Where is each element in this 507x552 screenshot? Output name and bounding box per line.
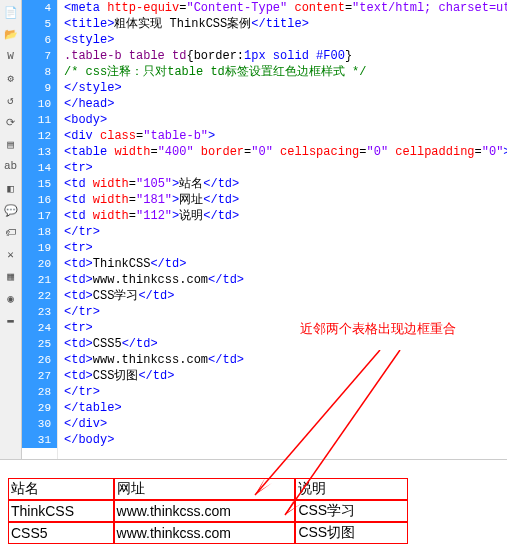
line-number: 5: [22, 16, 57, 32]
code-line[interactable]: <tr>: [64, 240, 507, 256]
line-number: 18: [22, 224, 57, 240]
code-line[interactable]: </tr>: [64, 304, 507, 320]
code-line[interactable]: </head>: [64, 96, 507, 112]
table-header-cell: 站名: [8, 478, 114, 500]
tool-debug-icon[interactable]: ✕: [3, 246, 19, 262]
code-line[interactable]: <td width="112">说明</td>: [64, 208, 507, 224]
code-line[interactable]: <td>www.thinkcss.com</td>: [64, 272, 507, 288]
code-line[interactable]: <td>www.thinkcss.com</td>: [64, 352, 507, 368]
line-number: 30: [22, 416, 57, 432]
line-number: 10: [22, 96, 57, 112]
code-line[interactable]: </table>: [64, 400, 507, 416]
vertical-toolbar: 📄 📂 W ⚙ ↺ ⟳ ▤ ab ◧ 💬 🏷 ✕ ▦ ◉ ▬: [0, 0, 22, 459]
code-line[interactable]: <td>CSS学习</td>: [64, 288, 507, 304]
code-line[interactable]: /* css注释：只对table td标签设置红色边框样式 */: [64, 64, 507, 80]
line-number: 31: [22, 432, 57, 448]
line-number: 16: [22, 192, 57, 208]
table-header-cell: 说明: [295, 478, 408, 500]
annotation-text: 近邻两个表格出现边框重合: [300, 320, 456, 338]
line-number: 8: [22, 64, 57, 80]
line-number: 17: [22, 208, 57, 224]
line-number: 29: [22, 400, 57, 416]
tool-print-icon[interactable]: ▦: [3, 268, 19, 284]
line-number: 14: [22, 160, 57, 176]
code-line[interactable]: </tr>: [64, 224, 507, 240]
tool-history-icon[interactable]: ↺: [3, 92, 19, 108]
code-line[interactable]: <style>: [64, 32, 507, 48]
line-number: 21: [22, 272, 57, 288]
line-number: 22: [22, 288, 57, 304]
code-line[interactable]: </tr>: [64, 384, 507, 400]
code-line[interactable]: <body>: [64, 112, 507, 128]
tool-bookmark-icon[interactable]: ◧: [3, 180, 19, 196]
tool-label-icon[interactable]: 🏷: [3, 224, 19, 240]
line-number: 25: [22, 336, 57, 352]
table-cell: CSS5: [8, 522, 114, 544]
editor-area: 📄 📂 W ⚙ ↺ ⟳ ▤ ab ◧ 💬 🏷 ✕ ▦ ◉ ▬ 456789101…: [0, 0, 507, 460]
code-line[interactable]: </div>: [64, 416, 507, 432]
table-header-cell: 网址: [114, 478, 296, 500]
tool-chat-icon[interactable]: 💬: [3, 202, 19, 218]
code-line[interactable]: <title>粗体实现 ThinkCSS案例</title>: [64, 16, 507, 32]
code-line[interactable]: <meta http-equiv="Content-Type" content=…: [64, 0, 507, 16]
line-number: 11: [22, 112, 57, 128]
tool-refresh-icon[interactable]: ⟳: [3, 114, 19, 130]
tool-new-icon[interactable]: 📄: [3, 4, 19, 20]
table-cell: www.thinkcss.com: [114, 500, 296, 522]
table-row: ThinkCSSwww.thinkcss.comCSS学习: [8, 500, 408, 522]
tool-pin-icon[interactable]: ◉: [3, 290, 19, 306]
table-row: 站名网址说明: [8, 478, 408, 500]
preview-panel: 近邻两个表格出现边框重合 站名网址说明ThinkCSSwww.thinkcss.…: [0, 460, 507, 552]
code-line[interactable]: <td>CSS5</td>: [64, 336, 507, 352]
line-number: 4: [22, 0, 57, 16]
code-line[interactable]: <div class="table-b">: [64, 128, 507, 144]
tool-open-icon[interactable]: 📂: [3, 26, 19, 42]
line-number: 6: [22, 32, 57, 48]
line-number: 20: [22, 256, 57, 272]
line-number: 12: [22, 128, 57, 144]
code-line[interactable]: <table width="400" border="0" cellspacin…: [64, 144, 507, 160]
line-number: 27: [22, 368, 57, 384]
line-number: 19: [22, 240, 57, 256]
line-number: 13: [22, 144, 57, 160]
line-number-gutter: 4567891011121314151617181920212223242526…: [22, 0, 58, 459]
line-number: 24: [22, 320, 57, 336]
code-line[interactable]: <tr>: [64, 160, 507, 176]
table-cell: CSS切图: [295, 522, 408, 544]
code-line[interactable]: </style>: [64, 80, 507, 96]
code-line[interactable]: <td width="105">站名</td>: [64, 176, 507, 192]
tool-word-icon[interactable]: W: [3, 48, 19, 64]
preview-table: 站名网址说明ThinkCSSwww.thinkcss.comCSS学习CSS5w…: [8, 478, 408, 544]
tool-color-icon[interactable]: ▤: [3, 136, 19, 152]
line-number: 26: [22, 352, 57, 368]
table-cell: CSS学习: [295, 500, 408, 522]
table-cell: ThinkCSS: [8, 500, 114, 522]
code-line[interactable]: <td width="181">网址</td>: [64, 192, 507, 208]
tool-collapse-icon[interactable]: ▬: [3, 312, 19, 328]
table-row: CSS5www.thinkcss.comCSS切图: [8, 522, 408, 544]
line-number: 23: [22, 304, 57, 320]
line-number: 28: [22, 384, 57, 400]
code-line[interactable]: </body>: [64, 432, 507, 448]
line-number: 9: [22, 80, 57, 96]
code-line[interactable]: <td>ThinkCSS</td>: [64, 256, 507, 272]
code-line[interactable]: <td>CSS切图</td>: [64, 368, 507, 384]
code-line[interactable]: .table-b table td{border:1px solid #F00}: [64, 48, 507, 64]
line-number: 15: [22, 176, 57, 192]
table-cell: www.thinkcss.com: [114, 522, 296, 544]
tool-config-icon[interactable]: ⚙: [3, 70, 19, 86]
line-number: 7: [22, 48, 57, 64]
tool-highlight-icon[interactable]: ab: [3, 158, 19, 174]
code-content[interactable]: <meta http-equiv="Content-Type" content=…: [58, 0, 507, 459]
